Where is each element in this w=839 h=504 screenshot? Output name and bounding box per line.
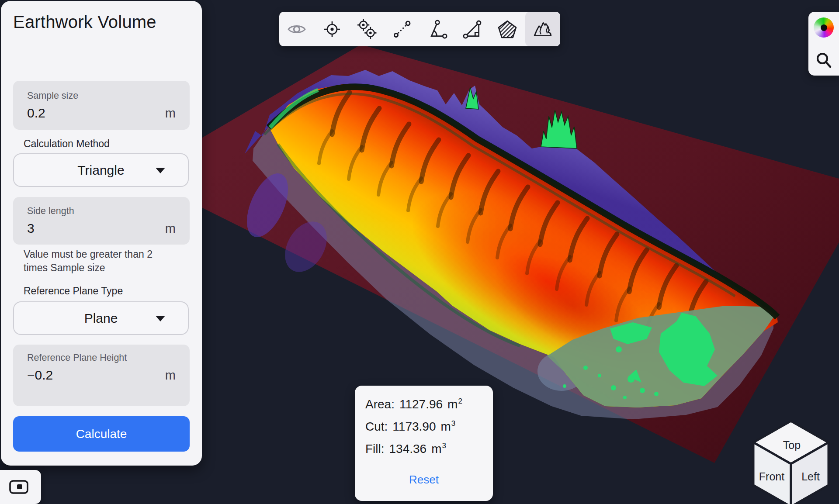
tool-volume-measure[interactable] [525,12,560,46]
view-cube-label-left: Left [801,470,820,483]
panel-toggle-button[interactable] [0,470,41,504]
earthwork-panel: Earthwork Volume Sample size 0.2 m Calcu… [1,1,202,466]
angle-icon [427,19,447,39]
sample-size-value: 0.2 [27,106,45,121]
sample-size-unit: m [165,106,176,121]
tool-area-measure[interactable] [490,12,525,46]
view-cube[interactable]: Top Front Left [753,421,829,504]
side-length-hint: Value must be greater than 2 times Sampl… [24,248,177,275]
distance-icon [392,20,412,39]
tool-height-measure[interactable] [455,12,490,46]
view-cube-label-top: Top [783,439,801,451]
calculation-method-dropdown[interactable]: Triangle [13,153,189,187]
chevron-down-icon [156,168,165,173]
double-crosshair-icon [357,19,377,39]
height-triangle-icon [462,19,482,39]
reference-plane-type-value: Plane [84,311,118,326]
panel-toggle-icon [9,480,29,494]
calculate-button[interactable]: Calculate [13,416,190,452]
reference-plane-type-label: Reference Plane Type [24,285,123,297]
tool-pick-point[interactable] [314,12,349,46]
results-card: Area:1127.96m2 Cut:1173.90m3 Fill:134.36… [355,386,493,501]
view-cube-label-front: Front [759,470,784,483]
tool-visibility[interactable] [279,12,314,46]
calculation-method-value: Triangle [77,163,124,178]
view-tools-card [808,12,839,76]
search-zoom-icon[interactable] [815,51,832,70]
app-window: Top Front Left [0,0,839,504]
side-length-field[interactable]: Side length 3 m [13,197,190,245]
reference-plane-height-value: −0.2 [27,368,53,383]
side-length-unit: m [165,221,176,236]
reset-button[interactable]: Reset [365,473,482,487]
measure-toolbar [279,12,560,46]
reference-plane-height-field[interactable]: Reference Plane Height −0.2 m [13,345,190,406]
chevron-down-icon [156,316,165,321]
tool-multi-point[interactable] [350,12,385,46]
area-pentagon-icon [497,19,517,39]
panel-title: Earthwork Volume [13,10,157,34]
area-result: Area:1127.96m2 [365,394,482,416]
eye-icon [287,20,306,39]
mountain-icon [533,19,553,39]
side-length-value: 3 [27,221,35,236]
calculation-method-label: Calculation Method [24,138,110,150]
reference-plane-height-label: Reference Plane Height [27,352,128,364]
tool-angle-measure[interactable] [420,12,455,46]
color-mode-wheel-icon[interactable] [814,17,834,38]
sample-size-field[interactable]: Sample size 0.2 m [13,81,190,130]
side-length-label: Side length [27,205,176,217]
reference-plane-height-unit: m [165,368,176,383]
tool-distance-measure[interactable] [385,12,420,46]
crosshair-icon [322,20,342,39]
reference-plane-type-dropdown[interactable]: Plane [13,301,189,335]
cut-result: Cut:1173.90m3 [365,416,482,438]
sample-size-label: Sample size [27,90,176,102]
fill-result: Fill:134.36m3 [365,438,482,461]
